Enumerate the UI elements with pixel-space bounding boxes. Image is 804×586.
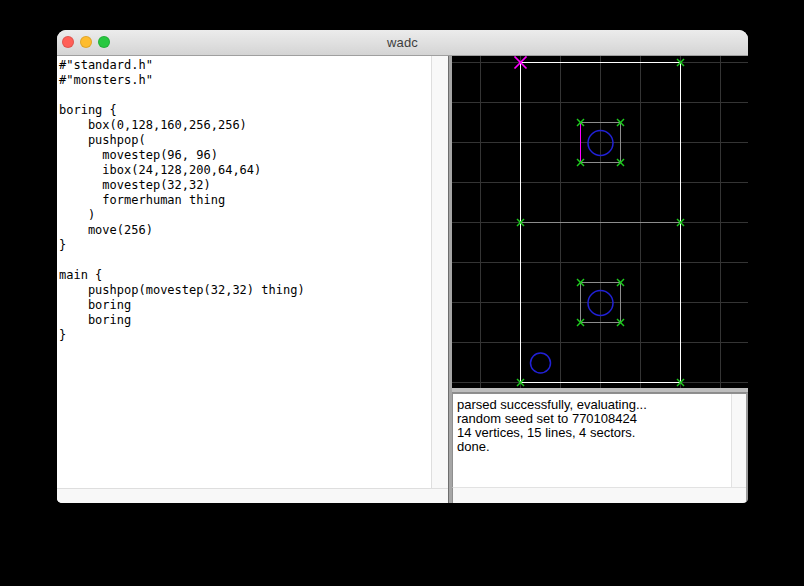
log-output[interactable]: parsed successfully, evaluating... rando… [453,394,731,487]
wadc-window: wadc #"standard.h" #"monsters.h" boring … [57,30,748,503]
code-text: #"standard.h" #"monsters.h" boring { box… [57,56,431,343]
editor-vertical-scrollbar[interactable] [431,56,448,488]
desktop-background: wadc #"standard.h" #"monsters.h" boring … [0,0,804,586]
right-column: parsed successfully, evaluating... rando… [452,56,748,503]
thing-marker [588,291,613,316]
window-title: wadc [387,35,418,50]
traffic-lights [62,36,110,48]
editor-horizontal-scrollbar[interactable] [57,488,448,503]
thing-marker [588,131,613,156]
log-horizontal-scrollbar[interactable] [452,487,746,503]
window-content: #"standard.h" #"monsters.h" boring { box… [57,56,748,503]
log-text: parsed successfully, evaluating... rando… [453,394,731,454]
code-editor-pane: #"standard.h" #"monsters.h" boring { box… [57,56,448,503]
log-pane: parsed successfully, evaluating... rando… [452,393,748,503]
map-preview-panel [452,56,748,388]
zoom-button[interactable] [98,36,110,48]
close-button[interactable] [62,36,74,48]
minimize-button[interactable] [80,36,92,48]
titlebar[interactable]: wadc [57,30,748,56]
thing-marker [531,353,551,373]
log-vertical-scrollbar[interactable] [731,394,746,487]
map-canvas [452,56,748,388]
code-editor[interactable]: #"standard.h" #"monsters.h" boring { box… [57,56,431,488]
